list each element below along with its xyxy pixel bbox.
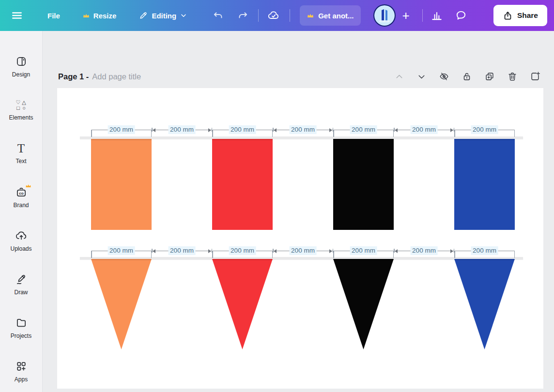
folder-icon — [15, 317, 28, 329]
dimension-label: 200 mm — [168, 125, 196, 134]
sidebar-item-label: Brand — [13, 202, 29, 209]
dimension-label: 200 mm — [108, 246, 135, 255]
sidebar-item-label: Elements — [9, 114, 33, 121]
chevron-down-icon — [180, 12, 187, 19]
apps-grid-icon — [15, 360, 28, 373]
undo-icon[interactable] — [213, 10, 224, 21]
add-member-plus-icon[interactable]: + — [400, 9, 413, 22]
chevron-up-icon[interactable] — [394, 72, 404, 82]
canvas-page[interactable]: 200 mm200 mm200 mm200 mm200 mm200 mm200 … — [57, 88, 543, 389]
sidebar-item-apps[interactable]: Apps — [0, 349, 42, 392]
workspace: Page 1 - Add page title — [43, 31, 554, 392]
toolbar-divider — [422, 9, 423, 22]
page-actions — [394, 71, 540, 82]
bunting-flag-pennant[interactable] — [212, 259, 273, 349]
sidebar-item-projects[interactable]: Projects — [0, 306, 42, 349]
dimension-label: 200 mm — [410, 125, 438, 134]
avatar[interactable] — [373, 4, 396, 27]
crown-icon — [307, 12, 314, 19]
sidebar-item-draw[interactable]: Draw — [0, 262, 42, 306]
lock-icon[interactable] — [462, 71, 472, 82]
toolbar-divider — [290, 9, 290, 22]
sidebar-item-elements[interactable]: ♡△□○ Elements — [0, 88, 42, 132]
editing-mode-menu[interactable]: Editing — [138, 11, 187, 20]
file-menu[interactable]: File — [47, 12, 60, 20]
design-icon — [15, 55, 28, 68]
page-title[interactable]: Page 1 - Add page title — [58, 72, 141, 81]
resize-menu[interactable]: Resize — [82, 12, 117, 20]
sidebar-item-label: Uploads — [10, 245, 31, 252]
page-title-placeholder: Add page title — [92, 72, 141, 81]
duplicate-icon[interactable] — [484, 71, 495, 82]
crown-icon — [82, 12, 90, 19]
trash-icon[interactable] — [507, 71, 518, 82]
hamburger-icon[interactable] — [11, 9, 23, 22]
bunting-flag-pennant[interactable] — [91, 259, 152, 349]
sidebar-item-uploads[interactable]: Uploads — [0, 219, 42, 262]
dimension-label: 200 mm — [289, 125, 317, 134]
get-another-button[interactable]: Get anot... — [300, 5, 360, 26]
svg-text:co: co — [19, 191, 24, 195]
redo-icon[interactable] — [237, 10, 248, 21]
sidebar-item-label: Apps — [15, 376, 28, 383]
dimension-label: 200 mm — [229, 125, 256, 134]
sidebar-item-label: Projects — [11, 332, 31, 339]
shapes-icon: ♡△□○ — [15, 99, 27, 111]
bar-chart-icon[interactable] — [431, 9, 443, 22]
bunting-flag-pennant[interactable] — [333, 259, 394, 349]
page-number-label: Page 1 - — [58, 72, 89, 81]
add-page-icon[interactable] — [530, 71, 540, 82]
upload-cloud-icon — [15, 229, 28, 242]
pencil-icon — [15, 273, 28, 286]
share-button[interactable]: Share — [493, 5, 547, 26]
dimension-label: 200 mm — [350, 125, 377, 134]
cloud-check-icon[interactable] — [267, 9, 280, 22]
crown-icon — [25, 182, 32, 189]
dimension-label: 200 mm — [410, 246, 438, 255]
dimension-label: 200 mm — [471, 125, 498, 134]
sidebar-item-label: Draw — [14, 289, 28, 296]
sidebar-item-text[interactable]: T Text — [0, 132, 42, 175]
share-icon — [503, 11, 513, 21]
toolbar-divider — [258, 9, 259, 22]
sidebar-item-brand[interactable]: co Brand — [0, 175, 42, 219]
chevron-down-icon[interactable] — [416, 72, 427, 82]
hide-eye-icon[interactable] — [439, 71, 449, 82]
dimension-label: 200 mm — [229, 246, 256, 255]
sidebar-item-design[interactable]: Design — [0, 45, 42, 88]
dimension-label: 200 mm — [289, 246, 317, 255]
sidebar-item-label: Design — [12, 71, 30, 78]
page-header: Page 1 - Add page title — [58, 69, 540, 84]
sidebar-item-label: Text — [15, 158, 26, 165]
top-toolbar: File Resize Editing — [0, 0, 554, 31]
sidebar: Design ♡△□○ Elements T Text co — [0, 31, 43, 392]
dimension-label: 200 mm — [168, 246, 196, 255]
chat-icon[interactable] — [455, 9, 467, 22]
pencil-icon — [138, 11, 148, 20]
text-icon: T — [17, 143, 25, 154]
dimension-label: 200 mm — [108, 125, 135, 134]
dimension-label: 200 mm — [471, 246, 498, 255]
bunting-flag-pennant[interactable] — [454, 259, 515, 349]
dimension-label: 200 mm — [350, 246, 377, 255]
